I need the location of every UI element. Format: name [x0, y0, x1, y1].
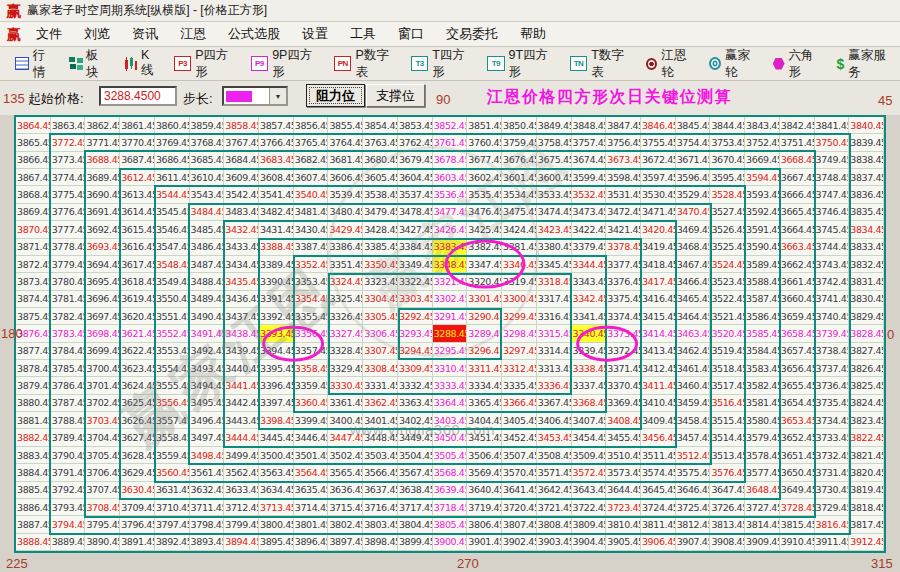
angle-label-90: 90 [436, 92, 450, 107]
menu-item-工具[interactable]: 工具 [339, 25, 387, 43]
grid-cell: 3912.45 [849, 534, 884, 551]
grid-cell: 3449.45 [398, 429, 433, 446]
grid-cell: 3570.45 [502, 464, 537, 481]
menu-item-江恩[interactable]: 江恩 [169, 25, 217, 43]
grid-cell: 3657.45 [780, 343, 815, 360]
grid-cell: 3432.45 [224, 221, 259, 238]
grid-cell: 3829.45 [849, 308, 884, 325]
toolbar-button-t-square[interactable]: T3T四方形 [404, 45, 480, 83]
grid-cell: 3564.45 [294, 464, 329, 481]
toolbar-button-winner-wheel[interactable]: 赢家轮 [702, 45, 766, 83]
grid-cell: 3459.45 [676, 395, 711, 412]
toolbar-button-gann-wheel[interactable]: 江恩轮 [639, 45, 702, 83]
toolbar-button-p-table[interactable]: PNP数字表 [327, 45, 404, 83]
grid-cell: 3710.45 [155, 499, 190, 516]
menu-item-交易委托[interactable]: 交易委托 [435, 25, 509, 43]
grid-cell: 3356.45 [294, 325, 329, 342]
grid-cell: 3806.45 [467, 516, 502, 533]
toolbar-button-9t-square[interactable]: T99T四方形 [480, 45, 563, 83]
menu-item-文件[interactable]: 文件 [25, 25, 73, 43]
grid-cell: 3375.45 [606, 291, 641, 308]
grid-cell: 3482.45 [259, 204, 294, 221]
grid-cell: 3393.45 [259, 325, 294, 342]
grid-cell: 3862.45 [85, 117, 120, 134]
grid-cell: 3562.45 [224, 464, 259, 481]
start-price-input[interactable] [99, 86, 177, 106]
grid-cell: 3607.45 [294, 169, 329, 186]
grid-cell: 3732.45 [815, 447, 850, 464]
grid-cell: 3456.45 [641, 429, 676, 446]
grid-cell: 3334.45 [467, 377, 502, 394]
grid-cell: 3701.45 [85, 377, 120, 394]
grid-cell: 3455.45 [606, 429, 641, 446]
grid-cell: 3332.45 [398, 377, 433, 394]
step-color-select[interactable]: ▼ [222, 86, 288, 106]
winner-service-icon: $ [837, 57, 845, 71]
grid-cell: 3508.45 [537, 447, 572, 464]
menu-item-公式选股[interactable]: 公式选股 [217, 25, 291, 43]
grid-cell: 3309.45 [398, 360, 433, 377]
grid-cell: 3529.45 [676, 186, 711, 203]
menu-item-设置[interactable]: 设置 [291, 25, 339, 43]
grid-cell: 3623.45 [120, 360, 155, 377]
grid-cell: 3335.45 [502, 377, 537, 394]
menu-item-帮助[interactable]: 帮助 [509, 25, 557, 43]
grid-cell: 3812.45 [676, 516, 711, 533]
grid-cell: 3574.45 [641, 464, 676, 481]
grid-cell: 3712.45 [224, 499, 259, 516]
grid-cell: 3322.45 [398, 273, 433, 290]
menu-item-资讯[interactable]: 资讯 [121, 25, 169, 43]
grid-cell: 3398.45 [259, 412, 294, 429]
grid-cell: 3300.45 [502, 291, 537, 308]
grid-cell: 3569.45 [467, 464, 502, 481]
grid-cell: 3886.45 [16, 499, 51, 516]
grid-cell: 3424.45 [502, 221, 537, 238]
grid-cell: 3768.45 [190, 134, 225, 151]
grid-cell: 3580.45 [745, 412, 780, 429]
grid-cell: 3910.45 [780, 534, 815, 551]
grid-cell: 3440.45 [224, 360, 259, 377]
resistance-button[interactable]: 阻力位 [306, 84, 365, 107]
grid-cell: 3494.45 [190, 377, 225, 394]
grid-cell: 3811.45 [641, 516, 676, 533]
grid-cell: 3898.45 [363, 534, 398, 551]
grid-cell: 3681.45 [328, 152, 363, 169]
support-button[interactable]: 支撑位 [366, 84, 425, 107]
grid-cell: 3302.45 [433, 291, 468, 308]
toolbar-button-t-table[interactable]: TNT数字表 [563, 45, 639, 83]
grid-cell: 3749.45 [815, 152, 850, 169]
grid-cell: 3654.45 [780, 395, 815, 412]
grid-cell: 3855.45 [328, 117, 363, 134]
grid-cell: 3297.45 [502, 343, 537, 360]
chevron-down-icon[interactable]: ▼ [269, 88, 286, 104]
p-square-icon: P3 [174, 56, 191, 71]
grid-cell: 3454.45 [572, 429, 607, 446]
toolbar-button-sectors[interactable]: 板块 [62, 45, 115, 83]
grid-cell: 3775.45 [51, 186, 86, 203]
angle-label-270: 270 [457, 556, 479, 571]
grid-cell: 3386.45 [328, 239, 363, 256]
grid-cell: 3441.45 [224, 377, 259, 394]
grid-cell: 3353.45 [294, 273, 329, 290]
grid-cell: 3877.45 [16, 343, 51, 360]
grid-cell: 3291.45 [433, 308, 468, 325]
grid-cell: 3361.45 [328, 395, 363, 412]
grid-cell: 3780.45 [51, 273, 86, 290]
menu-item-窗口[interactable]: 窗口 [387, 25, 435, 43]
toolbar-button-quotes[interactable]: 行情 [8, 45, 62, 83]
grid-cell: 3422.45 [572, 221, 607, 238]
toolbar-button-9p-square[interactable]: P99P四方形 [244, 45, 327, 83]
toolbar-button-hexagon[interactable]: 六角形 [766, 45, 830, 83]
menu-item-刘览[interactable]: 刘览 [73, 25, 121, 43]
grid-cell: 3845.45 [676, 117, 711, 134]
grid-cell: 3495.45 [190, 395, 225, 412]
grid-cell: 3709.45 [120, 499, 155, 516]
gann-wheel-icon [646, 58, 657, 70]
grid-cell: 3344.45 [572, 256, 607, 273]
grid-cell: 3357.45 [294, 343, 329, 360]
toolbar-button-p-square[interactable]: P3P四方形 [167, 45, 244, 83]
grid-cell: 3873.45 [16, 273, 51, 290]
toolbar-button-winner-service[interactable]: $赢家服务 [830, 45, 900, 83]
grid-cell: 3804.45 [398, 516, 433, 533]
toolbar-button-kline[interactable]: K线 [116, 46, 167, 81]
